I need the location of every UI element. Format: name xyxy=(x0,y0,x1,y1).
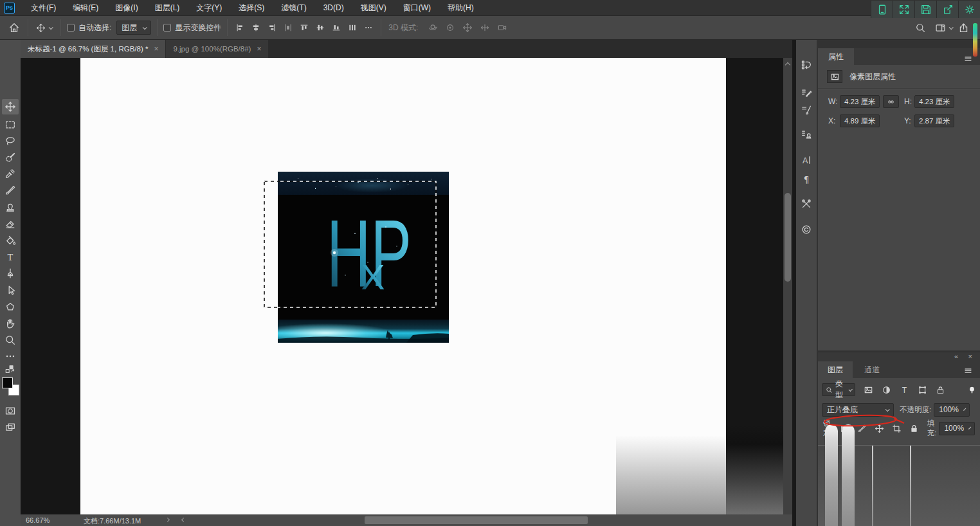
x-field[interactable]: 4.89 厘米 xyxy=(840,114,880,127)
collapse-panel-icon[interactable]: « xyxy=(954,352,958,361)
hand-tool[interactable] xyxy=(2,316,19,331)
move-tool[interactable] xyxy=(2,99,19,114)
layers-menu-icon[interactable] xyxy=(961,364,975,377)
share-image-icon[interactable] xyxy=(956,21,971,35)
align-top-icon[interactable] xyxy=(298,21,311,34)
scroll-left-icon[interactable] xyxy=(181,518,186,522)
device-icon[interactable] xyxy=(871,1,893,18)
link-dimensions-icon[interactable] xyxy=(883,95,899,108)
pen-tool[interactable] xyxy=(2,266,19,281)
filter-toggle-icon[interactable] xyxy=(966,384,978,396)
lock-paint-icon[interactable] xyxy=(855,422,869,435)
tab-channels[interactable]: 通道 xyxy=(855,361,889,378)
path-selection-tool[interactable] xyxy=(2,283,19,298)
canvas-area[interactable]: HP X xyxy=(21,58,783,514)
menu-image[interactable]: 图像(I) xyxy=(107,0,146,15)
brushes-panel-icon[interactable] xyxy=(798,102,815,118)
brush-settings-panel-icon[interactable] xyxy=(798,85,815,102)
save-icon[interactable] xyxy=(914,1,936,18)
status-next-icon[interactable] xyxy=(165,518,170,522)
blend-mode-dropdown[interactable]: 正片叠底 xyxy=(822,403,894,417)
fullscreen-icon[interactable] xyxy=(893,1,914,18)
lasso-tool[interactable] xyxy=(2,133,19,149)
align-center-horizontal-icon[interactable] xyxy=(250,21,262,34)
cc-libraries-panel-icon[interactable] xyxy=(798,221,815,238)
tab-layers[interactable]: 图层 xyxy=(818,361,853,378)
opacity-dropdown[interactable]: 100% xyxy=(934,403,970,417)
chevron-down-icon[interactable] xyxy=(949,25,954,30)
menu-filter[interactable]: 滤镜(T) xyxy=(273,0,314,15)
chevron-down-icon[interactable] xyxy=(49,25,53,30)
screen-mode-icon[interactable] xyxy=(2,420,19,435)
lock-position-icon[interactable] xyxy=(873,422,886,435)
menu-help[interactable]: 帮助(H) xyxy=(439,0,482,15)
workspace-switcher-icon[interactable] xyxy=(933,21,948,35)
brush-tool[interactable] xyxy=(2,183,19,198)
home-icon[interactable] xyxy=(6,20,22,35)
menu-3d[interactable]: 3D(D) xyxy=(315,0,352,15)
menu-select[interactable]: 选择(S) xyxy=(230,0,273,15)
document-tab-2[interactable]: 9.jpg @ 100%(RGB/8#)× xyxy=(166,40,268,58)
clone-stamp-tool[interactable] xyxy=(2,199,19,215)
scroll-up-icon[interactable] xyxy=(785,62,790,68)
distribute-horizontal-icon[interactable] xyxy=(282,21,295,34)
menu-layer[interactable]: 图层(L) xyxy=(147,0,188,15)
settings-icon[interactable] xyxy=(958,1,980,18)
lock-all-icon[interactable] xyxy=(907,422,921,435)
zoom-tool[interactable] xyxy=(2,332,19,348)
align-left-icon[interactable] xyxy=(233,21,246,34)
more-tools[interactable] xyxy=(2,349,19,364)
close-tab-icon[interactable]: × xyxy=(154,44,158,53)
close-panel-icon[interactable]: × xyxy=(968,352,972,361)
export-icon[interactable] xyxy=(936,1,958,18)
menu-view[interactable]: 视图(V) xyxy=(352,0,395,15)
horizontal-scroll-thumb[interactable] xyxy=(365,516,588,524)
auto-select-checkbox[interactable] xyxy=(67,24,75,32)
eyedropper-tool[interactable] xyxy=(2,166,19,181)
move-tool-icon[interactable] xyxy=(34,21,48,35)
clone-source-panel-icon[interactable] xyxy=(798,126,815,143)
zoom-level[interactable]: 66.67% xyxy=(26,516,50,524)
pixel-layer-filter-icon[interactable] xyxy=(862,383,875,397)
fill-dropdown[interactable]: 100% xyxy=(939,422,975,435)
character-panel-icon[interactable]: A xyxy=(798,152,815,168)
eraser-tool[interactable] xyxy=(2,216,19,231)
selection-marquee[interactable] xyxy=(264,181,437,308)
width-field[interactable]: 4.23 厘米 xyxy=(840,95,880,108)
foreground-color-swatch[interactable] xyxy=(2,377,13,388)
menu-file[interactable]: 文件(F) xyxy=(23,0,64,15)
close-tab-icon[interactable]: × xyxy=(257,44,261,53)
swap-colors-icon[interactable] xyxy=(2,364,19,376)
shape-tool[interactable] xyxy=(2,300,19,315)
canvas-vertical-scrollbar[interactable] xyxy=(783,58,792,514)
align-middle-icon[interactable] xyxy=(314,21,327,34)
document-tab-1[interactable]: 未标题-1 @ 66.7% (图层 1, RGB/8) *× xyxy=(21,40,165,58)
quick-mask-icon[interactable] xyxy=(2,403,19,419)
more-options-icon[interactable] xyxy=(362,21,375,34)
paint-bucket-tool[interactable] xyxy=(2,233,19,248)
type-tool[interactable]: T xyxy=(2,249,19,265)
color-swatches[interactable] xyxy=(1,377,21,399)
align-bottom-icon[interactable] xyxy=(330,21,343,34)
menu-type[interactable]: 文字(Y) xyxy=(188,0,230,15)
shape-layer-filter-icon[interactable] xyxy=(916,383,929,397)
type-layer-filter-icon[interactable]: T xyxy=(898,383,911,397)
layer-filter-dropdown[interactable]: 类型 xyxy=(822,383,855,396)
vertical-scroll-thumb[interactable] xyxy=(785,193,791,282)
menu-edit[interactable]: 编辑(E) xyxy=(64,0,107,15)
marquee-tool[interactable] xyxy=(2,117,19,132)
height-field[interactable]: 4.23 厘米 xyxy=(914,95,954,108)
y-field[interactable]: 2.87 厘米 xyxy=(914,114,954,127)
lock-artboard-icon[interactable] xyxy=(890,422,903,435)
distribute-vertical-icon[interactable] xyxy=(346,21,359,34)
history-panel-icon[interactable] xyxy=(798,57,815,73)
tab-properties[interactable]: 属性 xyxy=(818,48,854,65)
adjustment-layer-filter-icon[interactable] xyxy=(880,383,893,397)
menu-window[interactable]: 窗口(W) xyxy=(395,0,439,15)
align-right-icon[interactable] xyxy=(266,21,278,34)
smart-object-filter-icon[interactable] xyxy=(934,383,947,397)
tool-presets-panel-icon[interactable] xyxy=(798,195,815,212)
search-icon[interactable] xyxy=(913,21,928,35)
auto-select-dropdown[interactable]: 图层 xyxy=(116,21,151,35)
paragraph-panel-icon[interactable]: ¶ xyxy=(798,171,815,188)
